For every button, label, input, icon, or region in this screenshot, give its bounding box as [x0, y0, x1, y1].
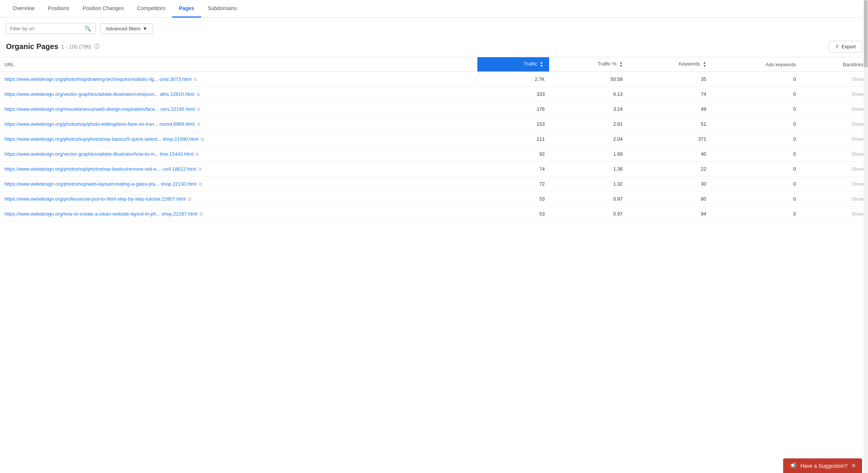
url-cell: https://www.webdesign.org/miscellaneous/… [4, 106, 473, 112]
cell-backlinks[interactable]: Show [800, 72, 868, 87]
url-link[interactable]: https://www.webdesign.org/photoshop/draw… [4, 76, 191, 82]
advanced-filters-button[interactable]: Advanced filters ▼ [100, 23, 153, 34]
cell-traffic-pct: 1.32 [549, 177, 627, 192]
url-cell: https://www.webdesign.org/vector-graphic… [4, 91, 473, 97]
cell-backlinks[interactable]: Show [800, 177, 868, 192]
cell-ads-keywords: 0 [711, 132, 800, 147]
cell-backlinks[interactable]: Show [800, 162, 868, 177]
search-input[interactable] [10, 26, 84, 31]
cell-backlinks[interactable]: Show [800, 207, 868, 222]
cell-keywords: 40 [627, 147, 711, 162]
external-link-icon[interactable]: ⧉ [197, 107, 200, 112]
page-title: Organic Pages [6, 42, 58, 51]
external-link-icon[interactable]: ⧉ [199, 181, 202, 187]
cell-backlinks[interactable]: Show [800, 147, 868, 162]
url-link[interactable]: https://www.webdesign.org/vector-graphic… [4, 91, 194, 97]
show-backlinks-link[interactable]: Show [851, 76, 864, 82]
table-row: https://www.webdesign.org/professional-p… [0, 192, 868, 207]
page-header: Organic Pages 1 - 100 (796) ⓘ ⇧ Export [0, 39, 868, 57]
cell-backlinks[interactable]: Show [800, 132, 868, 147]
advanced-filters-label: Advanced filters [106, 26, 141, 31]
url-cell: https://www.webdesign.org/photoshop/phot… [4, 136, 473, 142]
cell-traffic: 74 [477, 162, 549, 177]
data-table: URL Traffic ▲▼ Traffic % ▲▼ Keywords ▲▼ … [0, 57, 868, 222]
show-backlinks-link[interactable]: Show [851, 136, 864, 142]
scrollbar-thumb[interactable] [864, 0, 868, 67]
search-button[interactable]: 🔍 [84, 25, 92, 31]
external-link-icon[interactable]: ⧉ [197, 92, 200, 97]
col-header-ads-keywords[interactable]: Ads keywords [711, 57, 800, 72]
show-backlinks-link[interactable]: Show [851, 196, 864, 202]
cell-keywords: 74 [627, 87, 711, 102]
cell-ads-keywords: 0 [711, 162, 800, 177]
table-row: https://www.webdesign.org/miscellaneous/… [0, 102, 868, 117]
cell-backlinks[interactable]: Show [800, 87, 868, 102]
col-header-backlinks[interactable]: Backlinks [800, 57, 868, 72]
tab-pages[interactable]: Pages [172, 0, 201, 18]
url-link[interactable]: https://www.webdesign.org/professional-p… [4, 196, 186, 202]
url-cell: https://www.webdesign.org/photoshop/draw… [4, 76, 473, 82]
url-link[interactable]: https://www.webdesign.org/photoshop/phot… [4, 136, 198, 142]
url-link[interactable]: https://www.webdesign.org/photoshop/web-… [4, 181, 197, 187]
cell-backlinks[interactable]: Show [800, 102, 868, 117]
external-link-icon[interactable]: ⧉ [197, 122, 200, 127]
cell-traffic-pct: 2.81 [549, 117, 627, 132]
url-link[interactable]: https://www.webdesign.org/photoshop/phot… [4, 166, 196, 172]
show-backlinks-link[interactable]: Show [851, 211, 864, 217]
cell-traffic: 176 [477, 102, 549, 117]
show-backlinks-link[interactable]: Show [851, 91, 864, 97]
external-link-icon[interactable]: ⧉ [201, 137, 204, 142]
cell-traffic-pct: 0.97 [549, 207, 627, 222]
info-icon[interactable]: ⓘ [94, 43, 99, 50]
url-link[interactable]: https://www.webdesign.org/how-to-create-… [4, 211, 197, 217]
sort-arrows-keywords: ▲▼ [703, 61, 706, 68]
table-row: https://www.webdesign.org/vector-graphic… [0, 87, 868, 102]
cell-traffic: 72 [477, 177, 549, 192]
table-row: https://www.webdesign.org/photoshop/phot… [0, 117, 868, 132]
cell-traffic: 2.7K [477, 72, 549, 87]
external-link-icon[interactable]: ⧉ [198, 167, 202, 172]
search-box: 🔍 [6, 23, 96, 34]
tab-position-changes[interactable]: Position Changes [76, 0, 130, 18]
cell-traffic-pct: 6.13 [549, 87, 627, 102]
col-header-keywords[interactable]: Keywords ▲▼ [627, 57, 711, 72]
external-link-icon[interactable]: ⧉ [200, 211, 203, 217]
url-link[interactable]: https://www.webdesign.org/miscellaneous/… [4, 106, 195, 112]
cell-traffic: 92 [477, 147, 549, 162]
tab-subdomains[interactable]: Subdomains [201, 0, 244, 18]
cell-traffic: 153 [477, 117, 549, 132]
show-backlinks-link[interactable]: Show [851, 151, 864, 157]
show-backlinks-link[interactable]: Show [851, 121, 864, 127]
nav-tabs: Overview Positions Position Changes Comp… [0, 0, 868, 18]
tab-competitors[interactable]: Competitors [130, 0, 172, 18]
url-link[interactable]: https://www.webdesign.org/photoshop/phot… [4, 121, 195, 127]
url-link[interactable]: https://www.webdesign.org/vector-graphic… [4, 151, 193, 157]
cell-traffic: 53 [477, 207, 549, 222]
show-backlinks-link[interactable]: Show [851, 106, 864, 112]
tab-overview[interactable]: Overview [6, 0, 41, 18]
external-link-icon[interactable]: ⧉ [194, 77, 197, 82]
external-link-icon[interactable]: ⧉ [188, 196, 191, 202]
chevron-down-icon: ▼ [143, 26, 148, 31]
col-header-traffic[interactable]: Traffic ▲▼ [477, 57, 549, 72]
cell-ads-keywords: 0 [711, 102, 800, 117]
col-header-traffic-pct[interactable]: Traffic % ▲▼ [549, 57, 627, 72]
cell-traffic-pct: 3.24 [549, 102, 627, 117]
export-label: Export [841, 44, 856, 49]
export-button[interactable]: ⇧ Export [829, 41, 862, 52]
cell-keywords: 35 [627, 72, 711, 87]
show-backlinks-link[interactable]: Show [851, 166, 864, 172]
toolbar: 🔍 Advanced filters ▼ [0, 18, 868, 39]
scrollbar[interactable] [864, 0, 868, 244]
cell-backlinks[interactable]: Show [800, 117, 868, 132]
table-row: https://www.webdesign.org/photoshop/draw… [0, 72, 868, 87]
cell-backlinks[interactable]: Show [800, 192, 868, 207]
url-cell: https://www.webdesign.org/how-to-create-… [4, 211, 473, 217]
tab-positions[interactable]: Positions [41, 0, 76, 18]
show-backlinks-link[interactable]: Show [851, 181, 864, 187]
table-row: https://www.webdesign.org/photoshop/web-… [0, 177, 868, 192]
external-link-icon[interactable]: ⧉ [196, 152, 199, 157]
url-cell: https://www.webdesign.org/photoshop/phot… [4, 166, 473, 172]
cell-traffic-pct: 1.36 [549, 162, 627, 177]
url-cell: https://www.webdesign.org/vector-graphic… [4, 151, 473, 157]
